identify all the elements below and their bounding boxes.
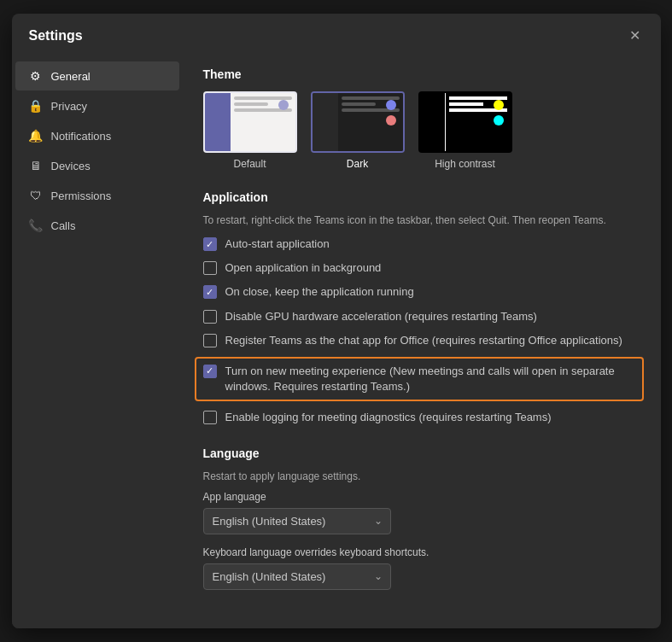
permissions-icon: 🛡: [29, 189, 43, 202]
calls-icon: 📞: [29, 219, 43, 232]
sidebar-item-general[interactable]: ⚙General: [15, 61, 179, 90]
sidebar: ⚙General🔒Privacy🔔Notifications🖥Devices🛡P…: [12, 54, 183, 628]
theme-section: Theme Default: [203, 67, 640, 170]
title-bar: Settings ✕: [12, 14, 661, 54]
theme-preview-dark: [311, 91, 405, 153]
theme-section-title: Theme: [203, 67, 640, 81]
theme-label-default: Default: [233, 158, 266, 170]
dialog-title: Settings: [29, 28, 83, 44]
app-language-select[interactable]: English (United States): [203, 508, 391, 534]
notifications-icon: 🔔: [29, 129, 43, 143]
cb-disable-gpu[interactable]: [203, 310, 217, 324]
sidebar-label-general: General: [51, 70, 91, 83]
keyboard-language-label: Keyboard language overrides keyboard sho…: [203, 546, 640, 558]
cb-chat-app[interactable]: [203, 334, 217, 347]
theme-option-dark[interactable]: Dark: [311, 91, 405, 170]
keyboard-language-select-wrapper: English (United States) ⌄: [203, 563, 391, 590]
cb-logging[interactable]: [203, 411, 217, 424]
close-button[interactable]: ✕: [622, 24, 647, 47]
theme-options: Default Da: [203, 91, 640, 170]
sidebar-label-notifications: Notifications: [51, 130, 112, 143]
general-icon: ⚙: [29, 69, 43, 83]
app-section-title: Application: [203, 190, 640, 204]
sidebar-item-notifications[interactable]: 🔔Notifications: [15, 121, 179, 150]
sidebar-label-devices: Devices: [51, 160, 91, 172]
theme-label-hc: High contrast: [435, 158, 495, 170]
checkbox-open-background: Open application in background: [203, 260, 640, 276]
checkbox-disable-gpu: Disable GPU hardware acceleration (requi…: [203, 309, 640, 324]
cb-keep-running[interactable]: [203, 285, 217, 299]
checkbox-chat-app: Register Teams as the chat app for Offic…: [203, 333, 640, 348]
language-section-title: Language: [203, 446, 640, 460]
application-section: Application To restart, right-click the …: [203, 190, 640, 426]
theme-preview-hc: [418, 91, 512, 153]
language-section: Language Restart to apply language setti…: [203, 446, 640, 590]
app-language-select-wrapper: English (United States) ⌄: [203, 508, 391, 534]
sidebar-item-permissions[interactable]: 🛡Permissions: [15, 181, 179, 210]
checkbox-keep-running: On close, keep the application running: [203, 284, 640, 300]
sidebar-item-devices[interactable]: 🖥Devices: [15, 151, 179, 180]
settings-dialog: Settings ✕ ⚙General🔒Privacy🔔Notification…: [12, 14, 661, 628]
cb-new-meeting[interactable]: [203, 365, 217, 378]
language-description: Restart to apply language settings.: [203, 470, 640, 482]
sidebar-label-privacy: Privacy: [51, 100, 88, 113]
main-content: Theme Default: [183, 54, 661, 628]
sidebar-label-permissions: Permissions: [51, 190, 112, 202]
app-description: To restart, right-click the Teams icon i…: [203, 214, 640, 226]
checkbox-auto-start: Auto-start application: [203, 236, 640, 252]
content-area: ⚙General🔒Privacy🔔Notifications🖥Devices🛡P…: [12, 54, 661, 628]
cb-open-background[interactable]: [203, 261, 217, 275]
sidebar-label-calls: Calls: [51, 219, 76, 232]
cb-auto-start[interactable]: [203, 237, 217, 251]
sidebar-item-privacy[interactable]: 🔒Privacy: [15, 91, 179, 120]
theme-option-default[interactable]: Default: [203, 91, 297, 170]
theme-preview-default: [203, 91, 297, 153]
checkbox-new-meeting: Turn on new meeting experience (New meet…: [195, 357, 644, 401]
privacy-icon: 🔒: [29, 99, 43, 113]
theme-option-hc[interactable]: High contrast: [418, 91, 512, 170]
checkbox-logging: Enable logging for meeting diagnostics (…: [203, 410, 640, 425]
sidebar-item-calls[interactable]: 📞Calls: [15, 211, 179, 240]
theme-label-dark: Dark: [347, 158, 368, 170]
devices-icon: 🖥: [29, 159, 43, 172]
app-language-label: App language: [203, 491, 640, 503]
keyboard-language-select[interactable]: English (United States): [203, 563, 391, 590]
